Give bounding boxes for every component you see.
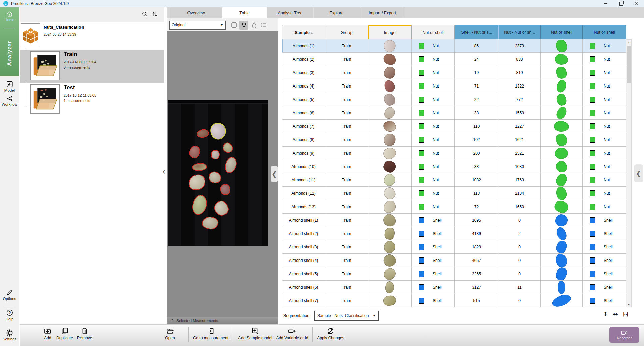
single-view-button[interactable] <box>230 21 238 30</box>
fit-height-icon[interactable]: ↕ <box>603 311 608 317</box>
shell-mask-blob <box>557 281 566 294</box>
layers-view-button[interactable] <box>239 21 248 30</box>
table-row-almonds-7[interactable]: Almonds (7)TrainNut1101227Nut <box>282 120 626 133</box>
cell-nut-count: 0 <box>498 294 541 307</box>
column-header-image[interactable]: Image <box>368 25 412 40</box>
nut-blob[interactable] <box>208 171 222 184</box>
measurement-item-test[interactable]: Test 2017-10-12 11:03:05 1 measurements <box>20 83 164 116</box>
table-row-almond-shell-4[interactable]: Almond shell (4)TrainShell46570Shell <box>282 254 626 267</box>
nut-blob[interactable] <box>211 150 220 159</box>
table-row-almonds-6[interactable]: Almonds (6)TrainNut381559Nut <box>282 106 626 120</box>
column-header-shell-nut-or-s[interactable]: Shell - Nut or s... <box>455 25 498 40</box>
apply-changes-button[interactable]: Apply Changes <box>316 327 346 340</box>
collapse-right-button[interactable]: ❮ <box>634 164 643 182</box>
duplicate-button[interactable]: Duplicate <box>54 327 75 340</box>
table-row-almonds-9[interactable]: Almonds (9)TrainNut2002521Nut <box>282 147 626 160</box>
nut-blob[interactable] <box>191 193 209 216</box>
scroll-up-icon[interactable]: ▲ <box>626 40 631 45</box>
table-row-almonds-13[interactable]: Almonds (13)TrainNut721650Nut <box>282 200 626 214</box>
list-icon <box>260 22 267 28</box>
table-row-almond-shell-2[interactable]: Almond shell (2)TrainShell41392Shell <box>282 227 626 240</box>
layer-select[interactable]: Original ▼ <box>169 21 226 30</box>
table-row-almonds-2[interactable]: Almonds (2)TrainNut24833Nut <box>282 53 626 66</box>
sidebar-item-settings[interactable]: Settings <box>0 329 19 341</box>
table-row-almonds-3[interactable]: Almonds (3)TrainNut19810Nut <box>282 66 626 79</box>
table-row-almonds-5[interactable]: Almonds (5)TrainNut22772Nut <box>282 93 626 106</box>
nut-blob[interactable] <box>186 172 208 192</box>
scrollbar-thumb[interactable] <box>627 46 631 83</box>
nut-blob[interactable] <box>223 156 238 174</box>
sidebar-item-analyzer[interactable]: Analyzer <box>0 32 19 75</box>
selected-measurements-toggle[interactable]: ⌃ Selected Measurements <box>167 317 278 324</box>
collapse-left-panel-button[interactable]: ‹ <box>162 168 166 176</box>
close-button[interactable] <box>629 0 644 7</box>
tab-explore[interactable]: Explore <box>313 7 360 18</box>
column-header-sample[interactable]: Sample▵ <box>282 25 325 40</box>
cell-image <box>368 267 412 281</box>
recorder-button[interactable]: Recorder <box>609 327 639 343</box>
measurement-item-train[interactable]: Train 2017-11-08 09:39:04 8 measurements <box>20 50 164 83</box>
table-row-almond-shell-7[interactable]: Almond shell (7)TrainShell5150Shell <box>282 294 626 307</box>
nut-blob[interactable] <box>220 183 231 196</box>
sidebar-item-options[interactable]: Options <box>0 289 19 301</box>
nut-blob-selected[interactable] <box>207 120 229 142</box>
sidebar-item-home[interactable]: Home <box>0 11 19 22</box>
add-variable-or-id-button[interactable]: Add Variable or Id <box>273 327 311 340</box>
table-scrollbar[interactable]: ▲ ▼ <box>626 39 632 308</box>
add-sample-model-button[interactable]: Add Sample model <box>236 327 275 340</box>
cell-class-2: Nut <box>583 106 626 120</box>
fit-columns-icon[interactable]: |··| <box>623 312 628 316</box>
table-row-almond-shell-6[interactable]: Almond shell (6)TrainShell312711Shell <box>282 281 626 294</box>
table-row-almonds-12[interactable]: Almonds (12)TrainNut1132134Nut <box>282 187 626 200</box>
remove-button[interactable]: Remove <box>75 327 94 340</box>
table-row-almonds-10[interactable]: Almonds (10)TrainNut331080Nut <box>282 160 626 173</box>
fit-width-icon[interactable]: ↔ <box>613 311 618 317</box>
table-row-almonds-4[interactable]: Almonds (4)TrainNut711322Nut <box>282 79 626 93</box>
nut-class-swatch <box>590 137 595 143</box>
contrast-view-button[interactable] <box>250 21 258 30</box>
table-row-almonds-8[interactable]: Almonds (8)TrainNut1021621Nut <box>282 133 626 147</box>
go-to-measurement-button[interactable]: Go to measurement <box>190 327 231 340</box>
measurement-image[interactable] <box>168 100 268 246</box>
column-header-nut-or-shell[interactable]: Nut or shell <box>412 25 455 40</box>
list-view-button[interactable] <box>259 21 268 30</box>
nut-blob[interactable] <box>201 216 219 230</box>
sort-icon[interactable] <box>152 11 158 17</box>
tab-import-export[interactable]: Import / Export <box>360 7 405 18</box>
sidebar-item-workflow[interactable]: Workflow <box>0 95 19 106</box>
trash-icon <box>80 327 89 335</box>
search-icon[interactable] <box>142 11 148 17</box>
restore-button[interactable] <box>613 0 629 7</box>
sidebar-item-model[interactable]: Model <box>0 80 19 92</box>
segmentation-select[interactable]: Sample - Nuts_Classification ▼ <box>314 311 379 321</box>
cell-sample: Almond shell (1) <box>282 214 325 227</box>
nut-blob[interactable] <box>189 145 201 159</box>
nut-blob[interactable] <box>196 128 210 139</box>
nut-blob[interactable] <box>213 199 230 217</box>
table-row-almonds-1[interactable]: Almonds (1)TrainNut862373Nut <box>282 39 626 53</box>
column-header-nut-or-shell[interactable]: Nut or shell <box>541 25 583 40</box>
cell-sample: Almonds (1) <box>282 39 325 53</box>
open-button[interactable]: Open <box>161 327 179 340</box>
minimize-button[interactable] <box>598 0 613 7</box>
table-row-almond-shell-3[interactable]: Almond shell (3)TrainShell18290Shell <box>282 240 626 254</box>
column-header-nut-or-shell[interactable]: Nut or shell <box>583 25 626 40</box>
tab-analyse-tree[interactable]: Analyse Tree <box>267 7 313 18</box>
add-button[interactable]: Add <box>40 327 55 340</box>
nut-blob[interactable] <box>192 162 207 172</box>
column-header-group[interactable]: Group <box>325 25 368 40</box>
cell-shell-count: 19 <box>455 66 498 79</box>
sidebar-item-help[interactable]: ? Help <box>0 309 19 321</box>
nut-blob[interactable] <box>221 141 234 154</box>
scroll-down-icon[interactable]: ▼ <box>626 302 631 307</box>
table-row-almond-shell-1[interactable]: Almond shell (1)TrainShell10950Shell <box>282 214 626 227</box>
tab-overview[interactable]: Overview <box>170 7 222 18</box>
tab-table[interactable]: Table <box>222 7 267 18</box>
project-item-root[interactable]: Nuts_Classification 2024-05-28 14:33:39 <box>20 22 164 50</box>
cell-nut-count: 2 <box>498 227 541 240</box>
table-row-almond-shell-5[interactable]: Almond shell (5)TrainShell32650Shell <box>282 267 626 281</box>
table-row-almonds-11[interactable]: Almonds (11)TrainNut10321763Nut <box>282 173 626 187</box>
nut-class-swatch <box>590 150 595 156</box>
column-header-nut-nut-or-sh[interactable]: Nut - Nut or sh... <box>498 25 541 40</box>
collapse-viewer-button[interactable]: ❮ <box>271 166 278 182</box>
